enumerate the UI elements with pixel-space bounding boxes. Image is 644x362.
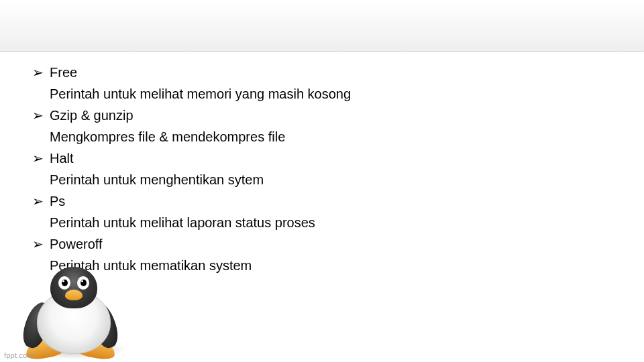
item-title: Ps — [50, 190, 65, 212]
divider — [0, 51, 644, 52]
slide-body: ➢Free Perintah untuk melihat memori yang… — [32, 62, 502, 276]
item-desc: Perintah untuk melihat laporan status pr… — [32, 212, 502, 233]
item-title: Poweroff — [50, 233, 103, 255]
bullet-icon: ➢ — [32, 233, 50, 255]
item-title: Gzip & gunzip — [50, 105, 133, 126]
bullet-icon: ➢ — [32, 190, 50, 212]
watermark-text: fppt.com — [4, 351, 34, 359]
bullet-icon: ➢ — [32, 62, 50, 83]
item-desc: Mengkompres file & mendekompres file — [32, 126, 502, 147]
penguin-mascot-image — [13, 268, 127, 362]
item-desc: Perintah untuk menghentikan sytem — [32, 169, 502, 190]
header-bar — [0, 0, 644, 51]
item-title: Halt — [50, 147, 74, 169]
item-title: Free — [50, 62, 77, 83]
bullet-icon: ➢ — [32, 147, 50, 169]
bullet-icon: ➢ — [32, 105, 50, 126]
item-desc: Perintah untuk melihat memori yang masih… — [32, 83, 502, 105]
